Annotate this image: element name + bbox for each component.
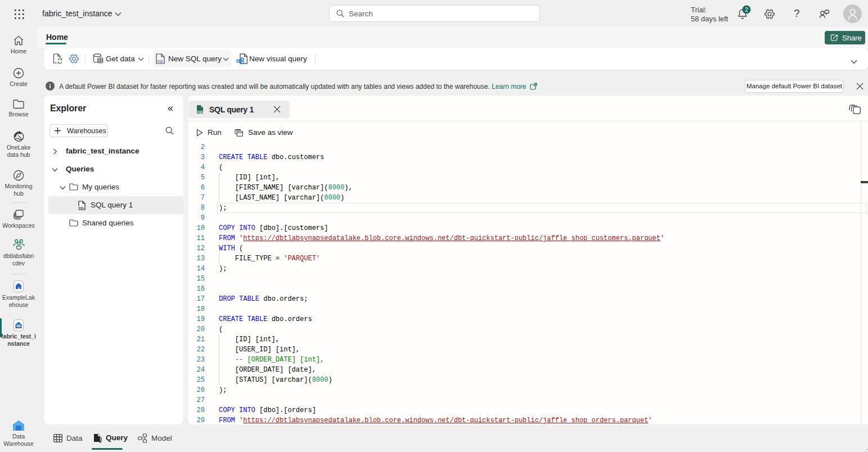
svg-text:SQL: SQL: [158, 60, 164, 63]
svg-text:2: 2: [745, 7, 748, 13]
svg-text:SQL: SQL: [197, 110, 204, 114]
svg-text:SQL: SQL: [78, 206, 84, 210]
